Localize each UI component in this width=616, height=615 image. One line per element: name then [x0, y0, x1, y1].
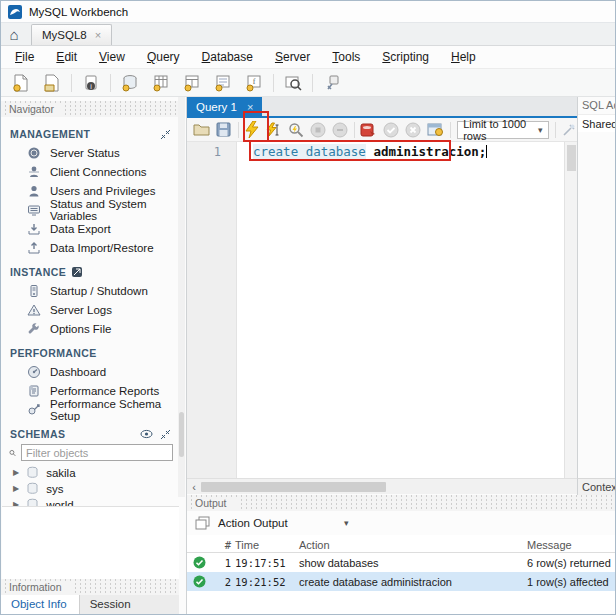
toggle-autocommit-icon[interactable] — [360, 120, 377, 140]
sidebar-item-performance-schema-setup[interactable]: Performance Schema Setup — [1, 400, 179, 419]
navigator-scrollbar[interactable] — [178, 97, 185, 497]
save-script-icon[interactable] — [216, 120, 232, 140]
schema-item-sys[interactable]: ▶ sys — [1, 481, 179, 496]
sidebar-item-label: Server Logs — [50, 304, 112, 316]
data-export-icon — [27, 222, 41, 236]
utilities-icon[interactable] — [320, 71, 344, 95]
tab-object-info[interactable]: Object Info — [1, 595, 80, 615]
menu-server[interactable]: Server — [264, 47, 321, 67]
new-sql-tab-icon[interactable] — [9, 71, 33, 95]
sidebar-item-label: Startup / Shutdown — [50, 285, 148, 297]
menu-file[interactable]: File — [4, 47, 45, 67]
row-message: 1 row(s) affected — [527, 576, 616, 588]
close-icon[interactable]: × — [95, 29, 101, 41]
create-view-icon[interactable] — [180, 71, 204, 95]
scrollbar-thumb[interactable] — [567, 145, 576, 171]
chevron-left-icon[interactable]: ‹ — [187, 481, 201, 493]
table-row-selected[interactable]: 2 19:21:52 create database administracio… — [187, 572, 616, 591]
search-data-icon[interactable] — [281, 71, 305, 95]
beautify-script-icon[interactable] — [561, 120, 577, 140]
client-connections-icon — [27, 165, 41, 179]
schemas-title: SCHEMAS — [10, 428, 65, 440]
inspector-icon[interactable]: i — [79, 71, 103, 95]
explain-plan-icon[interactable] — [288, 120, 304, 140]
sql-editor[interactable]: create database administracion; — [237, 142, 564, 478]
scrollbar-thumb[interactable] — [201, 482, 386, 492]
menu-help[interactable]: Help — [440, 47, 487, 67]
sidebar-item-data-import[interactable]: Data Import/Restore — [1, 238, 179, 257]
eye-icon[interactable] — [140, 429, 153, 439]
section-performance: PERFORMANCE — [10, 347, 171, 359]
tab-session[interactable]: Session — [80, 595, 143, 615]
line-number: 1 — [214, 145, 221, 159]
caret-down-icon[interactable]: ▾ — [344, 518, 349, 528]
section-management: MANAGEMENT — [10, 128, 171, 140]
sidebar-item-client-connections[interactable]: Client Connections — [1, 162, 179, 181]
stop-query-icon[interactable] — [310, 120, 326, 140]
create-procedure-icon[interactable] — [211, 71, 235, 95]
editor-horizontal-scrollbar[interactable]: ‹ — [187, 478, 577, 494]
sidebar-item-dashboard[interactable]: Dashboard — [1, 362, 179, 381]
expand-section-icon[interactable] — [160, 429, 171, 440]
sidebar-item-label: Data Import/Restore — [50, 242, 154, 254]
menu-query[interactable]: Query — [136, 47, 191, 67]
connection-tab-label: MySQL8 — [42, 29, 87, 41]
sidebar-item-system-variables[interactable]: Status and System Variables — [1, 200, 179, 219]
main-toolbar: i f — [1, 69, 615, 97]
open-script-icon[interactable] — [193, 120, 210, 140]
output-view-selector[interactable]: Action Output — [218, 517, 336, 529]
menu-database[interactable]: Database — [191, 47, 264, 67]
information-tabs: Object Info Session — [1, 595, 179, 615]
status-column — [187, 543, 211, 545]
new-tab-options-icon[interactable] — [427, 120, 444, 140]
table-row[interactable]: 1 19:17:51 show databases 6 row(s) retur… — [187, 553, 616, 572]
toolbar-separator — [238, 122, 239, 138]
row-time: 19:21:52 — [235, 576, 299, 588]
message-column-header: Message — [527, 537, 616, 551]
schema-name: sakila — [46, 467, 75, 479]
sidebar-item-server-logs[interactable]: Server Logs — [1, 300, 179, 319]
connection-tab-mysql8[interactable]: MySQL8 × — [31, 24, 112, 45]
sidebar-item-server-status[interactable]: Server Status — [1, 143, 179, 162]
create-table-icon[interactable] — [149, 71, 173, 95]
menu-view[interactable]: View — [88, 47, 136, 67]
home-tab[interactable]: ⌂ — [1, 23, 27, 45]
menu-edit[interactable]: Edit — [45, 47, 88, 67]
schema-name: sys — [46, 483, 63, 495]
limit-rows-value: Limit to 1000 rows — [463, 118, 530, 142]
sidebar-item-label: Performance Reports — [50, 385, 159, 397]
menu-tools[interactable]: Tools — [321, 47, 371, 67]
filter-objects-input[interactable] — [21, 444, 173, 461]
sidebar-item-options-file[interactable]: Options File — [1, 319, 179, 338]
open-sql-script-icon[interactable] — [40, 71, 64, 95]
stop-on-error-icon[interactable] — [332, 120, 348, 140]
row-message: 6 row(s) returned — [527, 557, 616, 569]
sidebar-item-startup-shutdown[interactable]: Startup / Shutdown — [1, 281, 179, 300]
create-function-icon[interactable]: f — [242, 71, 266, 95]
toolbar-separator — [450, 122, 451, 138]
triangle-right-icon[interactable]: ▶ — [13, 484, 19, 493]
create-schema-icon[interactable] — [118, 71, 142, 95]
editor-vertical-scrollbar[interactable] — [564, 142, 577, 478]
schema-item-sakila[interactable]: ▶ sakila — [1, 465, 179, 480]
menu-scripting[interactable]: Scripting — [371, 47, 440, 67]
management-title: MANAGEMENT — [10, 128, 90, 140]
sidebar-item-data-export[interactable]: Data Export — [1, 219, 179, 238]
toolbar-separator — [312, 74, 313, 92]
expand-section-icon[interactable] — [160, 129, 171, 140]
dashboard-icon — [27, 365, 41, 379]
schema-icon — [26, 482, 39, 495]
performance-title: PERFORMANCE — [10, 347, 97, 359]
snippets-selector[interactable]: Shared — [578, 114, 616, 132]
triangle-right-icon[interactable]: ▶ — [13, 468, 19, 477]
table-header-row: # Time Action Message — [187, 535, 616, 553]
rollback-icon[interactable] — [405, 120, 421, 140]
sidebar-item-label: Status and System Variables — [50, 198, 179, 222]
commit-icon[interactable] — [383, 120, 399, 140]
limit-rows-dropdown[interactable]: Limit to 1000 rows ▾ — [457, 121, 548, 139]
scrollbar-thumb[interactable] — [179, 412, 184, 457]
context-help-tab[interactable]: Context Help — [577, 478, 616, 495]
sidebar-item-label: Client Connections — [50, 166, 147, 178]
output-panel: Output Action Output ▾ # Time Action Mes… — [187, 495, 616, 615]
users-privileges-icon — [27, 184, 41, 198]
